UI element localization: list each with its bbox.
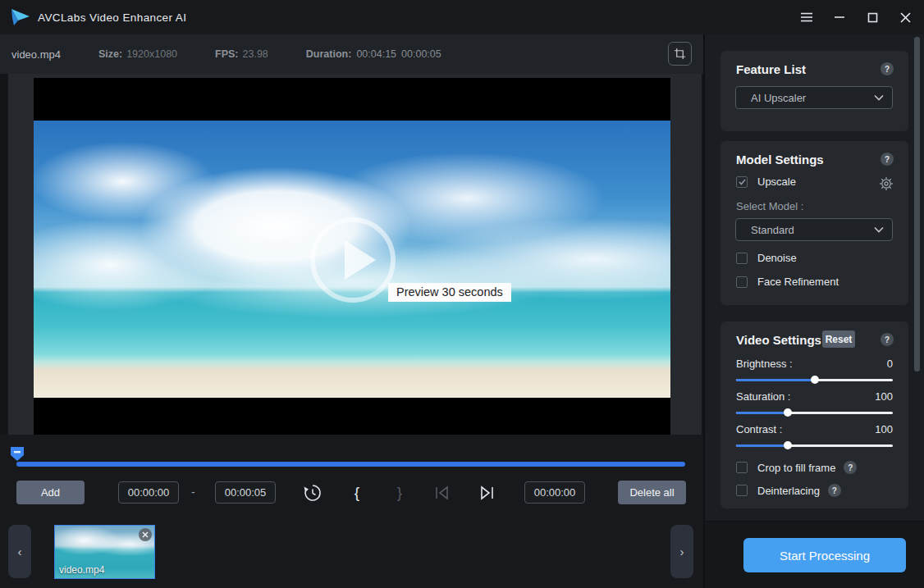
preview-30s-label: Preview 30 seconds [388,283,511,302]
brightness-value: 0 [887,358,893,370]
clip-name-label: video.mp4 [59,564,104,576]
chevron-down-icon [874,226,884,233]
set-end-bracket-button[interactable]: } [387,481,412,505]
saturation-value: 100 [875,390,893,403]
chevron-right-icon: › [680,545,684,558]
sidebar-scrollbar[interactable] [914,37,920,371]
timeline-section [0,435,703,479]
feature-list-title: Feature List [736,62,806,76]
brightness-slider-thumb[interactable] [811,376,819,384]
video-info-bar: video.mp4 Size: 1920x1080 FPS: 23.98 Dur… [0,34,703,74]
maximize-button[interactable] [865,10,880,25]
current-time-input[interactable] [524,481,585,504]
menu-icon[interactable] [799,10,814,25]
reset-button[interactable]: Reset [822,330,855,348]
playhead-marker[interactable] [10,446,25,462]
model-settings-card: Model Settings ? Upscale [720,141,908,305]
start-processing-button[interactable]: Start Processing [743,538,906,572]
upscale-settings-gear-icon[interactable] [879,176,894,191]
video-filename: video.mp4 [11,48,61,61]
scroll-clips-left-button[interactable]: ‹ [8,525,31,578]
minimize-button[interactable] [832,10,847,25]
time-range-dash: - [191,485,195,499]
reset-trim-history-icon[interactable] [300,481,325,505]
deinterlacing-checkbox[interactable] [736,485,748,496]
saturation-slider[interactable] [736,408,893,417]
crop-to-fill-help-icon[interactable]: ? [844,461,857,474]
timeline-track[interactable] [16,462,685,467]
video-duration: Duration: 00:04:15 00:00:05 [306,48,441,60]
title-bar: AVCLabs Video Enhancer AI [0,0,924,34]
brightness-slider[interactable] [736,376,893,384]
previous-frame-button[interactable] [430,481,455,505]
check-icon [739,179,746,185]
remove-clip-button[interactable] [139,528,152,541]
scroll-clips-right-button[interactable]: › [670,525,693,578]
clip-thumbnail[interactable]: video.mp4 [54,525,155,579]
play-button[interactable] [310,217,396,303]
play-icon [345,240,376,280]
crop-to-fill-checkbox-row[interactable]: Crop to fill frame ? [736,461,857,474]
deinterlacing-checkbox-row[interactable]: Deinterlacing ? [736,484,841,497]
contrast-slider-thumb[interactable] [784,441,792,449]
video-preview-panel: Preview 30 seconds [8,74,702,435]
video-fps: FPS: 23.98 [215,48,268,60]
settings-sidebar: Feature List ? AI Upscaler Model Setting… [703,34,924,588]
set-start-bracket-button[interactable]: { [345,481,369,505]
trim-controls-bar: Add - { } Delete all [0,479,703,515]
video-settings-title: Video Settings [736,333,821,347]
app-title: AVCLabs Video Enhancer AI [38,11,186,24]
crop-to-fill-checkbox[interactable] [736,462,748,473]
upscale-checkbox-row[interactable]: Upscale [736,175,796,188]
clip-strip: ‹ video.mp4 › [0,515,703,588]
denoise-checkbox[interactable] [736,253,748,264]
contrast-slider[interactable] [736,441,893,449]
face-refinement-checkbox[interactable] [736,276,748,288]
crop-button[interactable] [668,42,692,66]
saturation-slider-thumb[interactable] [784,408,792,417]
feature-list-card: Feature List ? AI Upscaler [720,51,908,131]
next-frame-button[interactable] [474,481,499,505]
deinterlacing-help-icon[interactable]: ? [828,484,841,497]
model-settings-help-icon[interactable]: ? [881,153,894,166]
window-controls [799,0,913,34]
trim-start-input[interactable] [118,481,179,504]
saturation-row: Saturation : 100 [736,390,893,403]
brightness-row: Brightness : 0 [736,358,893,370]
video-frame: Preview 30 seconds [34,78,670,435]
chevron-down-icon [874,94,884,101]
feature-select-dropdown[interactable]: AI Upscaler [735,86,893,109]
video-size: Size: 1920x1080 [98,48,177,60]
upscale-checkbox[interactable] [736,176,748,188]
delete-all-button[interactable]: Delete all [618,481,686,504]
model-settings-title: Model Settings [736,153,824,166]
app-window: AVCLabs Video Enhancer AI video.mp4 [0,0,924,588]
trim-end-input[interactable] [215,481,276,504]
face-refinement-checkbox-row[interactable]: Face Refinement [736,276,839,288]
chevron-left-icon: ‹ [18,545,22,558]
select-model-label: Select Model : [736,200,803,212]
close-button[interactable] [898,10,913,25]
model-select-dropdown[interactable]: Standard [735,218,893,241]
feature-list-help-icon[interactable]: ? [881,62,894,75]
video-settings-card: Video Settings Reset ? Brightness : 0 Sa… [720,321,908,508]
add-button[interactable]: Add [16,481,85,504]
app-logo-icon [10,8,31,26]
contrast-row: Contrast : 100 [736,423,893,435]
contrast-value: 100 [875,423,893,435]
sidebar-bottom-bar: Start Processing [705,521,924,588]
denoise-checkbox-row[interactable]: Denoise [736,252,797,264]
video-settings-help-icon[interactable]: ? [881,333,894,346]
preview-duration: 00:00:05 [401,48,441,60]
